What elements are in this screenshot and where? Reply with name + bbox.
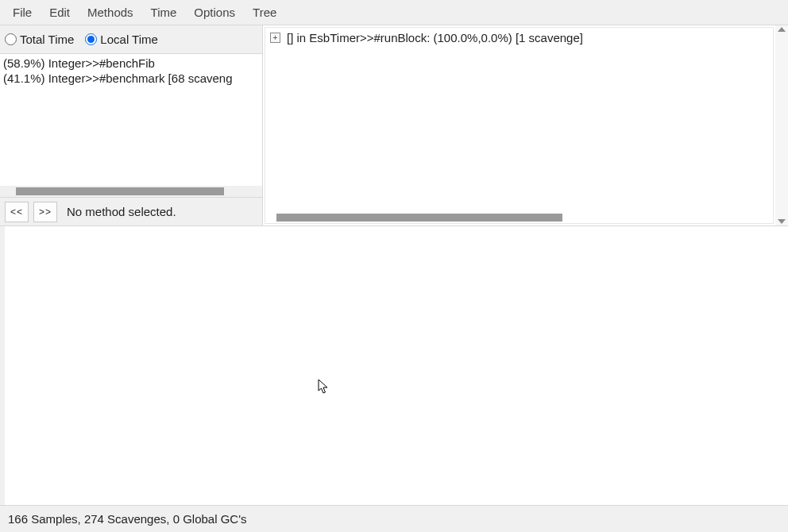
list-item[interactable]: (58.9%) Integer>>#benchFib [0, 56, 262, 71]
menu-file[interactable]: File [5, 2, 40, 22]
radio-local-time[interactable]: Local Time [85, 33, 158, 46]
radio-total-time[interactable]: Total Time [5, 33, 74, 46]
method-nav-bar: << >> No method selected. [0, 197, 262, 226]
method-list-hscroll[interactable] [0, 186, 262, 197]
tree-vscroll[interactable] [775, 25, 788, 226]
radio-icon [85, 33, 97, 45]
menu-methods[interactable]: Methods [79, 2, 141, 22]
method-status-text: No method selected. [67, 205, 176, 218]
scroll-down-icon[interactable] [778, 219, 786, 224]
menu-edit[interactable]: Edit [41, 2, 78, 22]
forward-button[interactable]: >> [33, 202, 57, 222]
back-button[interactable]: << [5, 202, 29, 222]
source-area[interactable] [0, 226, 788, 505]
method-list[interactable]: (58.9%) Integer>>#benchFib (41.1%) Integ… [0, 54, 262, 197]
scroll-up-icon[interactable] [778, 27, 786, 32]
right-pane: + [] in EsbTimer>>#runBlock: (100.0%,0.0… [263, 25, 788, 226]
call-tree[interactable]: + [] in EsbTimer>>#runBlock: (100.0%,0.0… [265, 27, 774, 224]
status-bar: 166 Samples, 274 Scavenges, 0 Global GC'… [0, 505, 788, 532]
menu-tree[interactable]: Tree [245, 2, 284, 22]
radio-icon [5, 33, 17, 45]
status-text: 166 Samples, 274 Scavenges, 0 Global GC'… [8, 512, 247, 526]
left-pane: Total Time Local Time (58.9%) Integer>>#… [0, 25, 263, 226]
menu-options[interactable]: Options [186, 2, 243, 22]
mouse-cursor-icon [318, 379, 329, 395]
tree-hscroll-thumb[interactable] [276, 214, 562, 222]
list-item[interactable]: (41.1%) Integer>>#benchmark [68 scaveng [0, 71, 262, 86]
tree-row[interactable]: + [] in EsbTimer>>#runBlock: (100.0%,0.0… [265, 28, 773, 48]
top-split: Total Time Local Time (58.9%) Integer>>#… [0, 25, 788, 226]
radio-label: Local Time [100, 33, 158, 46]
menu-time[interactable]: Time [143, 2, 185, 22]
radio-label: Total Time [20, 33, 74, 46]
expand-icon[interactable]: + [270, 33, 280, 43]
tree-row-label: [] in EsbTimer>>#runBlock: (100.0%,0.0%)… [287, 31, 583, 44]
time-mode-bar: Total Time Local Time [0, 25, 262, 54]
scroll-thumb[interactable] [16, 187, 224, 195]
menubar: File Edit Methods Time Options Tree [0, 0, 788, 25]
